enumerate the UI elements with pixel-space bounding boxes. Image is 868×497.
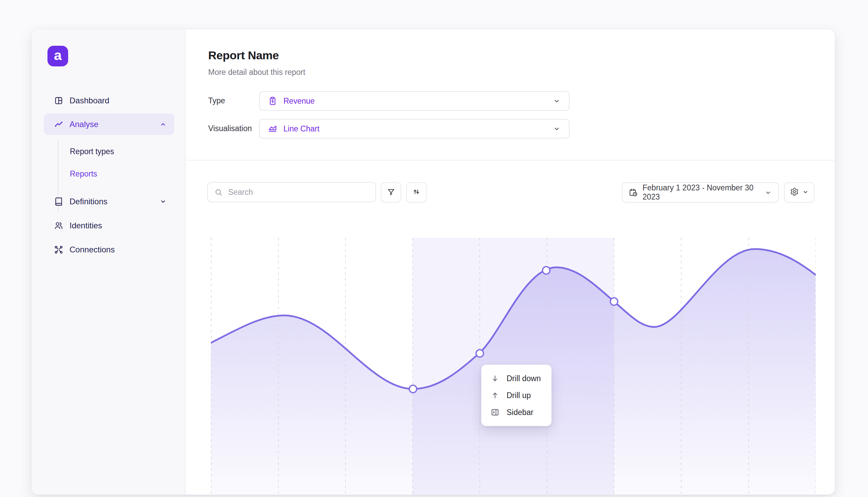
type-select[interactable]: $ Revenue [259, 91, 570, 111]
search-icon [214, 188, 223, 197]
chevron-down-icon [802, 188, 809, 197]
type-field-label: Type [208, 96, 225, 105]
visualisation-field-label: Visualisation [208, 124, 252, 133]
search-input[interactable] [228, 187, 369, 197]
area-chart-icon [268, 124, 277, 133]
sidebar-item-label: Definitions [69, 197, 108, 206]
sidebar-item-reports[interactable]: Reports [70, 165, 97, 183]
date-range-button[interactable]: February 1 2023 - November 30 2023 [622, 182, 779, 203]
data-point-marker[interactable] [542, 267, 550, 274]
sidebar-item-dashboard[interactable]: Dashboard [44, 91, 174, 111]
settings-button[interactable] [784, 182, 814, 203]
menu-item-label: Sidebar [507, 408, 533, 417]
menu-item-label: Drill up [507, 391, 531, 400]
sidebar-item-connections[interactable]: Connections [44, 240, 174, 259]
sidebar-item-definitions[interactable]: Definitions [44, 192, 174, 211]
data-point-marker[interactable] [476, 350, 483, 357]
chart-context-menu: Drill down Drill up Sidebar [481, 365, 552, 426]
visualisation-select[interactable]: Line Chart [259, 119, 570, 139]
clipboard-dollar-icon: $ [268, 96, 277, 106]
app-logo[interactable]: a [47, 46, 68, 67]
filter-button[interactable] [381, 182, 401, 203]
type-select-value: Revenue [284, 97, 315, 106]
chevron-down-icon [160, 198, 167, 205]
app-window: a Dashboard Analyse Report types Reports [31, 29, 835, 495]
chevron-down-icon [553, 97, 561, 105]
menu-item-drill-down[interactable]: Drill down [481, 370, 551, 387]
menu-item-label: Drill down [507, 374, 541, 383]
chevron-down-icon [553, 125, 561, 133]
data-point-marker[interactable] [610, 298, 618, 305]
sidebar-item-label: Identities [69, 221, 102, 230]
visualisation-select-value: Line Chart [284, 124, 319, 133]
sub-item-label: Reports [70, 169, 97, 179]
sidebar-item-report-types[interactable]: Report types [70, 143, 114, 160]
page: { "app": { "logo_letter": "a" }, "sideba… [0, 0, 868, 497]
panel-right-icon [491, 408, 499, 417]
filter-icon [387, 188, 395, 198]
menu-item-drill-up[interactable]: Drill up [481, 387, 551, 404]
book-icon [54, 197, 63, 206]
data-point-marker[interactable] [409, 385, 417, 393]
users-icon [54, 221, 63, 230]
menu-item-sidebar[interactable]: Sidebar [481, 404, 551, 421]
sidebar-item-analyse[interactable]: Analyse [44, 113, 174, 135]
sort-arrows-icon [412, 187, 421, 198]
sort-button[interactable] [406, 182, 427, 203]
sidebar-item-label: Connections [69, 245, 114, 254]
chevron-up-icon [160, 120, 167, 128]
dashboard-icon [54, 96, 63, 105]
connections-icon [54, 245, 63, 254]
analyse-icon [54, 120, 63, 129]
arrow-up-icon [491, 391, 499, 400]
date-range-label: February 1 2023 - November 30 2023 [643, 183, 759, 202]
gear-icon [790, 187, 799, 198]
search-box [207, 182, 376, 202]
sidebar-item-identities[interactable]: Identities [44, 216, 174, 236]
page-title: Report Name [208, 49, 279, 62]
sidebar-item-label: Analyse [69, 119, 98, 129]
calendar-clock-icon [629, 188, 638, 197]
svg-text:$: $ [272, 99, 274, 104]
sidebar-item-label: Dashboard [69, 96, 109, 105]
arrow-down-icon [491, 374, 499, 383]
section-divider [187, 160, 835, 160]
page-subtitle: More detail about this report [208, 68, 305, 77]
sub-item-label: Report types [70, 147, 114, 156]
app-logo-letter: a [54, 47, 62, 63]
chevron-down-icon [764, 189, 772, 197]
sidebar: a Dashboard Analyse Report types Reports [31, 29, 186, 495]
